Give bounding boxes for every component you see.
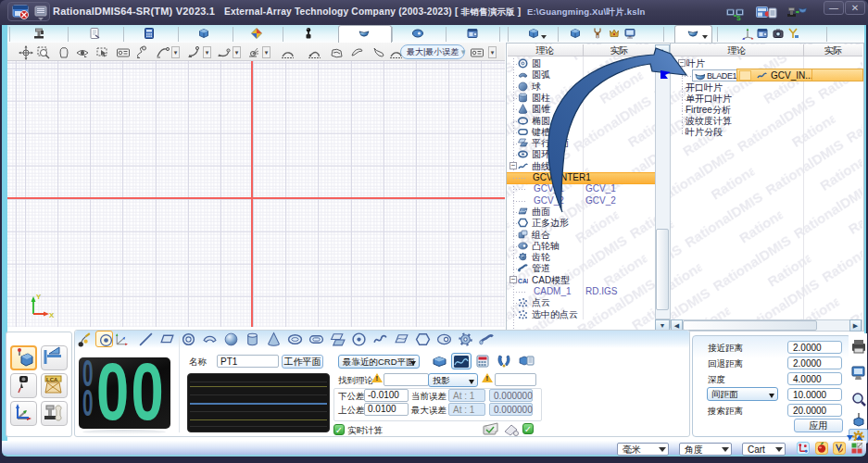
svg-text:Y: Y	[36, 293, 42, 301]
svg-text:S: S	[736, 15, 741, 21]
svg-text:X: X	[49, 311, 55, 318]
svg-text:LCA: LCA	[46, 377, 58, 382]
